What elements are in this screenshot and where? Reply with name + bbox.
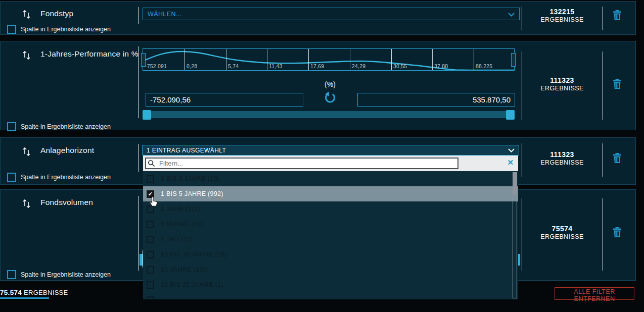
option-label: 1 TAG (13) bbox=[161, 236, 193, 243]
column-toggle-label: Spalte in Ergebnisliste anzeigen bbox=[21, 271, 111, 278]
unit-label: (%) bbox=[319, 80, 341, 88]
results-label: ERGEBNISSE bbox=[522, 16, 603, 24]
column-toggle-label: Spalte in Ergebnisliste anzeigen bbox=[21, 26, 111, 33]
divider bbox=[603, 143, 603, 177]
divider bbox=[139, 46, 139, 118]
remove-filter-button[interactable] bbox=[611, 227, 623, 239]
close-icon[interactable]: ✕ bbox=[507, 158, 514, 167]
filter-label: Fondstyp bbox=[40, 9, 73, 18]
dropdown-filter-bar: ✕ bbox=[143, 155, 518, 171]
sort-icon[interactable] bbox=[22, 49, 32, 60]
checkbox-icon[interactable] bbox=[7, 270, 16, 279]
option-label: 15 BIS 25 JAHRE (1) bbox=[161, 281, 223, 288]
results-count: 75574 ERGEBNISSE bbox=[522, 225, 603, 241]
density-curve bbox=[143, 49, 514, 70]
checkbox-icon[interactable] bbox=[147, 296, 154, 300]
sort-icon[interactable] bbox=[22, 198, 32, 208]
hist-tick: 30,55 bbox=[393, 63, 407, 69]
remove-filter-button[interactable] bbox=[611, 152, 623, 165]
total-results-value: 75.574 bbox=[0, 289, 22, 296]
dropdown-option[interactable]: 1 TAG (13) bbox=[143, 232, 518, 247]
dropdown-option[interactable] bbox=[143, 292, 518, 299]
checkbox-checked-icon[interactable]: ✔ bbox=[147, 190, 154, 198]
checkbox-icon[interactable] bbox=[147, 266, 154, 274]
option-label: 10 BIS 15 JAHRE (29) bbox=[161, 251, 227, 258]
option-label: 1 BIS 3 JAHRE (19) bbox=[161, 175, 220, 182]
results-label: ERGEBNISSE bbox=[522, 159, 603, 167]
dropdown-option[interactable]: 10 JAHRE (191) bbox=[143, 262, 518, 277]
results-count: 111323 ERGEBNISSE bbox=[522, 150, 603, 167]
min-value-input[interactable] bbox=[146, 93, 303, 107]
hist-tick: 24,29 bbox=[352, 63, 365, 69]
option-label: 1 MONAT (43) bbox=[161, 221, 203, 228]
filter-row-performance: 1-Jahres-Performance in % -752.091 0,28 … bbox=[0, 41, 636, 130]
select-value: 1 EINTRAG AUSGEWÄHLT bbox=[147, 147, 508, 154]
dropdown-option[interactable]: 1 BIS 3 JAHRE (19) bbox=[143, 171, 518, 186]
hist-tick: 37,88 bbox=[434, 63, 448, 69]
clear-all-filters-button[interactable]: ALLE FILTER ENTFERNEN bbox=[555, 287, 634, 300]
checkbox-icon[interactable] bbox=[7, 173, 16, 182]
column-toggle[interactable]: Spalte in Ergebnisliste anzeigen bbox=[7, 270, 111, 279]
checkbox-icon[interactable] bbox=[147, 236, 154, 243]
fondstyp-select[interactable]: WÄHLEN... bbox=[143, 8, 520, 20]
slider-handle-left[interactable] bbox=[143, 110, 151, 120]
divider bbox=[139, 144, 139, 172]
column-toggle[interactable]: Spalte in Ergebnisliste anzeigen bbox=[7, 173, 111, 182]
divider bbox=[603, 7, 603, 30]
dropdown-option[interactable]: 1 JAHR (111) bbox=[143, 201, 518, 217]
scrollbar-thumb[interactable] bbox=[513, 172, 517, 195]
checkbox-icon[interactable] bbox=[147, 251, 154, 258]
checkbox-icon[interactable] bbox=[7, 122, 16, 131]
results-value: 111323 bbox=[522, 76, 603, 84]
divider bbox=[139, 196, 139, 271]
remove-filter-button[interactable] bbox=[611, 10, 623, 22]
dropdown-option-selected[interactable]: ✔ 1 BIS 5 JAHRE (992) bbox=[143, 186, 518, 201]
anlagehorizont-select[interactable]: 1 EINTRAG AUSGEWÄHLT bbox=[142, 145, 519, 155]
dropdown-option[interactable]: 15 BIS 25 JAHRE (1) bbox=[143, 277, 518, 292]
hist-tick: 11,43 bbox=[269, 63, 283, 69]
hist-tick: 5,74 bbox=[228, 63, 239, 69]
option-label: 10 JAHRE (191) bbox=[161, 266, 209, 273]
slider-handle-right[interactable] bbox=[506, 110, 515, 120]
dropdown-option[interactable]: 1 MONAT (43) bbox=[143, 217, 518, 232]
results-count: 111323 ERGEBNISSE bbox=[522, 76, 603, 92]
divider bbox=[603, 51, 603, 120]
checkbox-icon[interactable] bbox=[147, 175, 154, 183]
option-label: 1 JAHR (111) bbox=[161, 205, 200, 213]
sort-icon[interactable] bbox=[22, 146, 32, 156]
column-toggle[interactable]: Spalte in Ergebnisliste anzeigen bbox=[7, 122, 111, 131]
results-value: 132215 bbox=[522, 8, 603, 16]
remove-filter-button[interactable] bbox=[611, 78, 623, 90]
max-value-input[interactable] bbox=[357, 93, 515, 107]
hist-tick: 88.225 bbox=[476, 63, 492, 69]
filter-label: Fondsvolumen bbox=[40, 198, 93, 207]
column-toggle-label: Spalte in Ergebnisliste anzeigen bbox=[21, 174, 111, 181]
hist-range-handle-right[interactable] bbox=[511, 53, 516, 67]
dropdown-option-list: 1 BIS 3 JAHRE (19) ✔ 1 BIS 5 JAHRE (992)… bbox=[143, 171, 518, 299]
results-label: ERGEBNISSE bbox=[522, 233, 603, 241]
dropdown-option[interactable]: 10 BIS 15 JAHRE (29) bbox=[143, 247, 518, 262]
range-slider-track[interactable] bbox=[143, 111, 515, 118]
chevron-down-icon bbox=[508, 147, 515, 154]
reset-range-icon[interactable] bbox=[324, 91, 337, 104]
filter-label: Anlagehorizont bbox=[40, 146, 94, 155]
checkbox-icon[interactable] bbox=[147, 205, 154, 213]
sort-icon[interactable] bbox=[22, 9, 32, 19]
filter-label: 1-Jahres-Performance in % bbox=[40, 49, 139, 59]
search-icon bbox=[148, 160, 155, 169]
checkbox-icon[interactable] bbox=[147, 281, 154, 289]
active-underline bbox=[0, 297, 49, 299]
divider bbox=[603, 198, 603, 271]
total-results-link[interactable]: 75.574 ERGEBNISSE bbox=[0, 289, 68, 296]
select-placeholder: WÄHLEN... bbox=[148, 11, 508, 18]
hist-tick: -752.091 bbox=[145, 63, 167, 69]
column-toggle[interactable]: Spalte in Ergebnisliste anzeigen bbox=[7, 25, 111, 34]
checkbox-icon[interactable] bbox=[147, 221, 154, 228]
checkbox-icon[interactable] bbox=[7, 25, 16, 34]
divider bbox=[139, 7, 139, 24]
filter-row-fondstyp: Fondstyp Spalte in Ergebnisliste anzeige… bbox=[0, 1, 636, 35]
results-count: 132215 ERGEBNISSE bbox=[522, 8, 603, 24]
dropdown-filter-input[interactable] bbox=[145, 158, 458, 169]
option-label: 1 BIS 5 JAHRE (992) bbox=[161, 190, 223, 197]
hist-range-handle-left[interactable] bbox=[141, 53, 146, 67]
